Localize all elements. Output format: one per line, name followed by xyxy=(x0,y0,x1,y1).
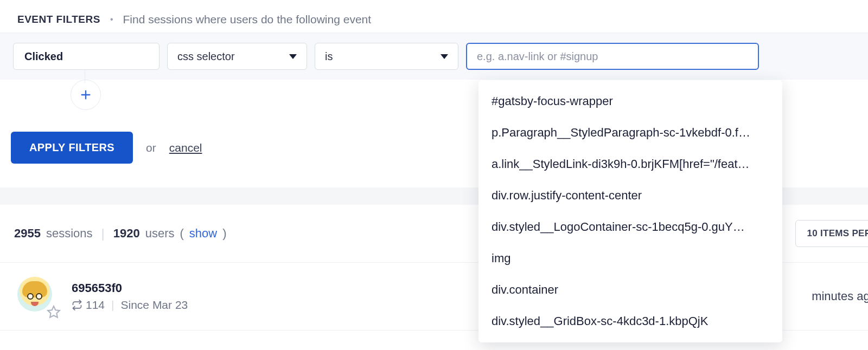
repeat-icon xyxy=(72,300,82,310)
operator-dropdown[interactable]: is xyxy=(315,43,458,70)
sessions-count: 2955 xyxy=(14,226,41,241)
event-type-pill[interactable]: Clicked xyxy=(13,43,159,70)
users-count: 1920 xyxy=(113,226,140,241)
property-value: css selector xyxy=(177,50,235,63)
revisit-number: 114 xyxy=(86,299,105,312)
apply-filters-button[interactable]: APPLY FILTERS xyxy=(11,132,133,164)
autocomplete-item[interactable]: img xyxy=(478,243,782,274)
paren-open: ( xyxy=(180,226,184,241)
user-meta-row: 114 | Since Mar 23 xyxy=(72,299,188,312)
autocomplete-item[interactable]: div.row.justify-content-center xyxy=(478,180,782,211)
autocomplete-item[interactable]: a.link__StyledLink-di3k9h-0.brjKFM[href=… xyxy=(478,148,782,180)
stats-separator: | xyxy=(101,226,105,241)
avatar-wrap xyxy=(17,277,56,316)
user-id: 695653f0 xyxy=(72,281,188,295)
connector-line xyxy=(85,70,85,83)
autocomplete-item[interactable]: #gatsby-focus-wrapper xyxy=(478,86,782,117)
sessions-label: sessions xyxy=(46,226,93,241)
avatar-glasses xyxy=(27,293,42,300)
autocomplete-item[interactable]: div.container xyxy=(478,274,782,306)
users-label: users xyxy=(145,226,175,241)
time-ago: minutes ago xyxy=(812,289,868,303)
user-meta: 695653f0 114 | Since Mar 23 xyxy=(72,281,188,312)
plus-icon xyxy=(80,89,92,101)
event-type-label: Clicked xyxy=(24,50,63,63)
section-title: EVENT FILTERS xyxy=(17,14,100,25)
items-per-page-dropdown[interactable]: 10 ITEMS PER P xyxy=(795,220,868,247)
chevron-down-icon xyxy=(289,54,297,59)
operator-value: is xyxy=(325,50,333,63)
autocomplete-item[interactable]: div.styled__GridBox-sc-4kdc3d-1.kbpQjK xyxy=(478,306,782,330)
filter-bar: Clicked css selector is e.g. a.nav-link … xyxy=(0,33,868,80)
property-dropdown[interactable]: css selector xyxy=(167,43,307,70)
star-icon[interactable] xyxy=(47,305,61,319)
since-date: Since Mar 23 xyxy=(121,299,188,312)
chevron-down-icon xyxy=(441,54,448,59)
or-text: or xyxy=(146,141,156,154)
paren-close: ) xyxy=(222,226,226,241)
revisit-count: 114 xyxy=(72,299,105,312)
add-filter-button[interactable] xyxy=(71,80,101,110)
separator-dot: • xyxy=(110,15,113,24)
svg-marker-2 xyxy=(48,306,60,317)
show-users-link[interactable]: show xyxy=(189,226,217,241)
autocomplete-item[interactable]: p.Paragraph__StyledParagraph-sc-1vkebdf-… xyxy=(478,117,782,148)
section-subtitle: Find sessions where users do the followi… xyxy=(123,13,372,26)
event-filters-header: EVENT FILTERS • Find sessions where user… xyxy=(0,0,868,33)
autocomplete-menu: #gatsby-focus-wrapper p.Paragraph__Style… xyxy=(478,80,782,330)
meta-separator: | xyxy=(111,299,114,312)
value-input[interactable]: e.g. a.nav-link or #signup xyxy=(466,43,759,70)
value-placeholder: e.g. a.nav-link or #signup xyxy=(477,50,598,63)
results-counts: 2955 sessions | 1920 users (show) xyxy=(14,226,227,241)
cancel-link[interactable]: cancel xyxy=(169,141,202,154)
autocomplete-item[interactable]: div.styled__LogoContainer-sc-1becq5g-0.g… xyxy=(478,211,782,243)
